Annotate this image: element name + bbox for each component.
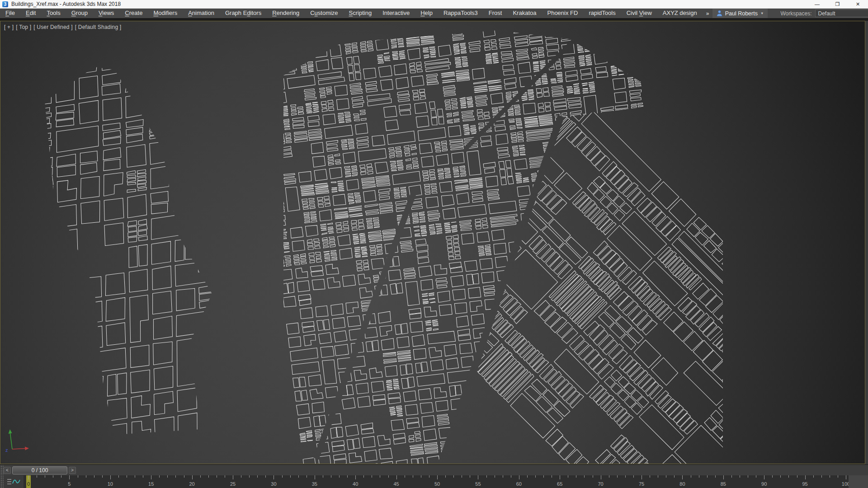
frame-tick xyxy=(805,475,806,479)
frame-tick xyxy=(674,475,675,478)
frame-tick xyxy=(633,475,634,478)
frame-tick xyxy=(363,475,364,478)
viewport-pov-label[interactable]: [ Top ] xyxy=(16,24,31,30)
svg-text:z: z xyxy=(5,447,8,453)
frame-tick xyxy=(593,475,593,478)
frame-tick xyxy=(208,475,209,478)
time-slider-handle[interactable]: 0 / 100 xyxy=(12,466,67,474)
frame-number-label: 70 xyxy=(594,481,608,487)
frame-tick xyxy=(617,475,618,478)
menu-views[interactable]: Views xyxy=(93,9,119,18)
workspaces-value: Default xyxy=(818,10,835,17)
frame-tick xyxy=(453,475,454,478)
menu-scripting[interactable]: Scripting xyxy=(344,9,377,18)
frame-tick xyxy=(552,475,552,478)
frame-tick xyxy=(388,475,389,478)
frame-tick xyxy=(478,475,478,479)
frame-tick xyxy=(756,475,756,478)
frame-tick xyxy=(445,475,446,478)
frame-tick xyxy=(249,475,250,478)
menubar-right: » Paul Roberts ▼ Workspaces: Default ▼ xyxy=(703,9,868,18)
application-window: 3 Buildings_Xref.max - Autodesk 3ds Max … xyxy=(0,0,868,488)
workspaces-dropdown[interactable]: Default ▼ xyxy=(815,9,868,17)
menu-overflow-icon[interactable]: » xyxy=(703,10,712,17)
frame-tick xyxy=(519,475,519,479)
account-button[interactable]: Paul Roberts ▼ xyxy=(712,9,768,18)
frame-tick xyxy=(192,475,193,479)
frame-tick xyxy=(707,475,708,478)
minimize-button[interactable]: — xyxy=(807,0,827,8)
frame-tick xyxy=(290,475,291,478)
frame-tick xyxy=(282,475,283,478)
menu-edit[interactable]: Edit xyxy=(20,9,41,18)
menu-rendering[interactable]: Rendering xyxy=(267,9,305,18)
frame-number-label: 25 xyxy=(226,481,240,487)
top-viewport[interactable]: z [ + ][ Top ][ User Defined ][ Default … xyxy=(0,21,865,464)
frame-tick xyxy=(568,475,568,478)
track-bar[interactable]: 0510152025303540455055606570758085909510… xyxy=(0,475,868,488)
frame-tick xyxy=(233,475,233,479)
viewport-canvas[interactable]: z xyxy=(0,21,865,464)
frame-tick xyxy=(413,475,413,478)
menu-rappatools3[interactable]: RappaTools3 xyxy=(438,9,483,18)
mini-curve-editor-icon[interactable] xyxy=(6,477,22,487)
viewport-shading-label[interactable]: [ Default Shading ] xyxy=(75,24,122,30)
menu-file[interactable]: File xyxy=(0,9,20,18)
frame-number-label: 55 xyxy=(471,481,485,487)
menu-customize[interactable]: Customize xyxy=(305,9,343,18)
frame-tick xyxy=(241,475,241,478)
menu-modifiers[interactable]: Modifiers xyxy=(148,9,183,18)
menu-graph-editors[interactable]: Graph Editors xyxy=(220,9,267,18)
restore-button[interactable]: ❐ xyxy=(827,0,848,8)
menu-rapidtools[interactable]: rapidTools xyxy=(583,9,621,18)
menu-help[interactable]: Help xyxy=(415,9,438,18)
menu-phoenix-fd[interactable]: Phoenix FD xyxy=(542,9,583,18)
frame-tick xyxy=(175,475,176,478)
menu-axyz-design[interactable]: AXYZ design xyxy=(657,9,703,18)
title-bar: 3 Buildings_Xref.max - Autodesk 3ds Max … xyxy=(0,0,868,9)
menu-civil-view[interactable]: Civil View xyxy=(621,9,657,18)
menu-krakatoa[interactable]: Krakatoa xyxy=(507,9,542,18)
drag-handle-dots[interactable] xyxy=(0,465,4,475)
frame-tick xyxy=(846,475,846,479)
menu-frost[interactable]: Frost xyxy=(483,9,508,18)
frame-tick xyxy=(86,475,86,478)
frame-tick xyxy=(625,475,626,478)
frame-tick xyxy=(838,475,838,478)
frame-tick xyxy=(61,475,61,478)
menu-tools[interactable]: Tools xyxy=(41,9,66,18)
frame-tick xyxy=(576,475,576,478)
3ds-max-app-icon[interactable]: 3 xyxy=(2,1,8,7)
frame-tick xyxy=(151,475,151,479)
next-frame-button[interactable]: > xyxy=(69,467,76,474)
frame-tick xyxy=(691,475,691,478)
frame-tick xyxy=(315,475,315,479)
viewport-background xyxy=(0,21,865,464)
drag-handle-dots[interactable] xyxy=(0,475,4,488)
frame-tick xyxy=(658,475,658,478)
viewport-camera-label[interactable]: [ User Defined ] xyxy=(33,24,73,30)
frame-tick xyxy=(642,475,642,479)
frame-tick xyxy=(666,475,666,478)
frame-tick xyxy=(355,475,356,479)
close-button[interactable]: ✕ xyxy=(848,0,868,8)
frame-tick xyxy=(298,475,299,478)
frame-tick xyxy=(323,475,323,478)
frame-tick xyxy=(601,475,601,479)
viewport-general-menu[interactable]: [ + ] xyxy=(4,24,14,30)
previous-frame-button[interactable]: < xyxy=(4,467,11,474)
frame-tick xyxy=(495,475,495,478)
frame-tick xyxy=(527,475,528,478)
menu-group[interactable]: Group xyxy=(66,9,93,18)
menu-create[interactable]: Create xyxy=(119,9,148,18)
workspaces-label: Workspaces: xyxy=(780,10,811,17)
frame-tick xyxy=(772,475,773,478)
frame-tick xyxy=(94,475,94,478)
frame-tick xyxy=(167,475,168,478)
frame-number-label: 5 xyxy=(62,481,76,487)
frame-number-label: 95 xyxy=(798,481,812,487)
menu-interactive[interactable]: Interactive xyxy=(377,9,415,18)
menu-animation[interactable]: Animation xyxy=(183,9,220,18)
frame-tick xyxy=(184,475,184,478)
frame-tick xyxy=(257,475,258,478)
